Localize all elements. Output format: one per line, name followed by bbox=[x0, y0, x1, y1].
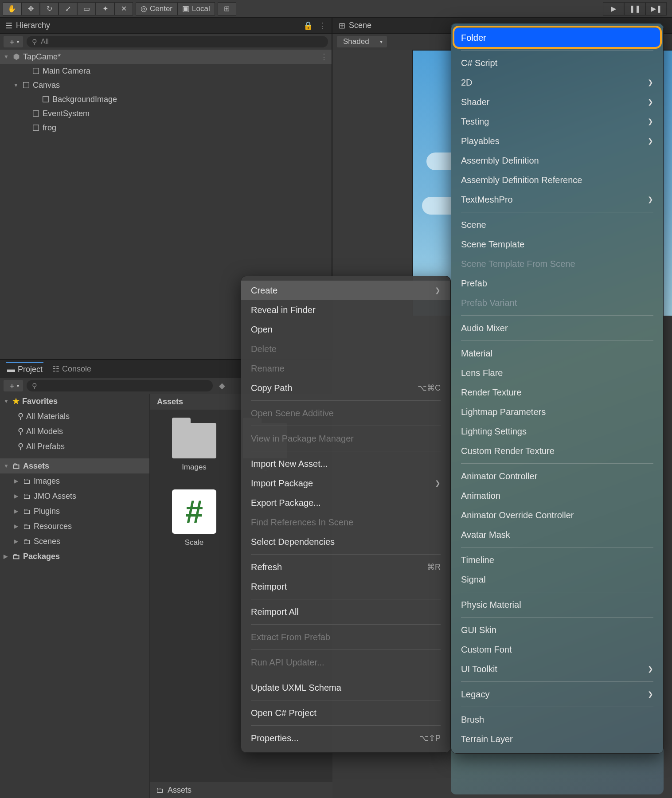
pause-button[interactable]: ❚❚ bbox=[624, 2, 645, 16]
create-submenu-item[interactable]: Material bbox=[451, 344, 663, 363]
transform-tool-button[interactable]: ✦ bbox=[96, 2, 114, 16]
expand-toggle-icon[interactable]: ▼ bbox=[13, 82, 20, 88]
lock-icon[interactable]: 🔒 bbox=[303, 21, 313, 31]
shading-mode-dropdown[interactable]: Shaded bbox=[337, 36, 387, 47]
sidebar-folder-item[interactable]: ▶🗀Images bbox=[0, 473, 149, 489]
create-submenu-item[interactable]: GUI Skin bbox=[451, 620, 663, 640]
scene-menu-icon[interactable]: ⋮ bbox=[320, 52, 328, 62]
hand-tool-button[interactable]: ✋ bbox=[3, 2, 21, 16]
context-menu-item[interactable]: Properties...⌥⇧P bbox=[241, 728, 450, 748]
expand-toggle-icon[interactable]: ▶ bbox=[14, 538, 20, 544]
step-button[interactable]: ▶❚ bbox=[645, 2, 667, 16]
create-submenu-item[interactable]: Animator Override Controller bbox=[451, 505, 663, 525]
hierarchy-tab[interactable]: ☰ Hierarchy 🔒 ⋮ bbox=[0, 18, 332, 34]
hierarchy-item[interactable]: Main Camera bbox=[0, 64, 332, 78]
expand-toggle-icon[interactable]: ▼ bbox=[4, 54, 10, 60]
create-submenu-item[interactable]: Folder bbox=[454, 28, 660, 47]
scale-tool-button[interactable]: ⤢ bbox=[59, 2, 77, 16]
asset-item[interactable]: #Scale bbox=[168, 489, 221, 547]
context-menu-item[interactable]: Import Package❯ bbox=[241, 473, 450, 493]
create-submenu-item[interactable]: Assembly Definition bbox=[451, 151, 663, 170]
move-tool-button[interactable]: ✥ bbox=[21, 2, 40, 16]
filter-icon[interactable]: ◆ bbox=[219, 381, 225, 391]
sidebar-folder-item[interactable]: ▶🗀Resources bbox=[0, 519, 149, 534]
create-dropdown-button[interactable]: ＋▾ bbox=[4, 36, 23, 47]
tab-console[interactable]: ☷ Console bbox=[51, 362, 92, 376]
sidebar-favorite-item[interactable]: ⚲All Materials bbox=[0, 409, 149, 424]
create-submenu-item[interactable]: TextMeshPro❯ bbox=[451, 190, 663, 209]
create-submenu-item[interactable]: Signal bbox=[451, 570, 663, 589]
hierarchy-item[interactable]: frog bbox=[0, 121, 332, 135]
panel-menu-icon[interactable]: ⋮ bbox=[318, 21, 326, 31]
create-submenu-item[interactable]: Avatar Mask bbox=[451, 525, 663, 544]
create-submenu-item[interactable]: C# Script bbox=[451, 53, 663, 73]
hierarchy-item[interactable]: BackgroundImage bbox=[0, 92, 332, 106]
create-submenu-item[interactable]: Timeline bbox=[451, 550, 663, 570]
create-submenu-item[interactable]: Legacy❯ bbox=[451, 685, 663, 704]
context-menu-item[interactable]: Reimport bbox=[241, 577, 450, 596]
expand-toggle-icon[interactable]: ▶ bbox=[14, 508, 20, 514]
create-submenu-item[interactable]: Render Texture bbox=[451, 383, 663, 402]
create-submenu-item[interactable]: Animation bbox=[451, 486, 663, 505]
create-submenu-item[interactable]: Lightmap Parameters bbox=[451, 402, 663, 422]
sidebar-folder-item[interactable]: ▶🗀JMO Assets bbox=[0, 489, 149, 504]
sidebar-folder-item[interactable]: ▶🗀Scenes bbox=[0, 534, 149, 549]
sidebar-favorite-item[interactable]: ⚲All Prefabs bbox=[0, 439, 149, 454]
create-submenu-item[interactable]: Scene Template bbox=[451, 235, 663, 254]
scene-row[interactable]: ▼ TapGame* ⋮ bbox=[0, 50, 332, 64]
rotate-tool-button[interactable]: ↻ bbox=[40, 2, 59, 16]
create-submenu-item[interactable]: Audio Mixer bbox=[451, 318, 663, 338]
sidebar-favorites-header[interactable]: ▼★ Favorites bbox=[0, 394, 149, 409]
sidebar-packages-header[interactable]: ▶🗀 Packages bbox=[0, 549, 149, 564]
context-menu-item[interactable]: Reimport All bbox=[241, 602, 450, 622]
create-submenu-item[interactable]: Scene bbox=[451, 215, 663, 235]
create-submenu-item[interactable]: Shader❯ bbox=[451, 92, 663, 112]
submenu-arrow-icon: ❯ bbox=[435, 286, 441, 294]
create-submenu-item[interactable]: Lighting Settings bbox=[451, 422, 663, 441]
context-menu-item[interactable]: Import New Asset... bbox=[241, 454, 450, 473]
context-menu-item[interactable]: Copy Path⌥⌘C bbox=[241, 378, 450, 398]
create-submenu-item[interactable]: Custom Render Texture bbox=[451, 441, 663, 461]
create-submenu-item[interactable]: Testing❯ bbox=[451, 112, 663, 131]
expand-toggle-icon[interactable]: ▶ bbox=[14, 523, 20, 529]
grid-snap-button[interactable]: ⊞ bbox=[218, 2, 236, 16]
create-submenu-item[interactable]: Brush bbox=[451, 710, 663, 729]
create-submenu-item[interactable]: Prefab bbox=[451, 274, 663, 293]
context-menu-item[interactable]: Export Package... bbox=[241, 493, 450, 512]
hierarchy-item[interactable]: ▼Canvas bbox=[0, 78, 332, 92]
menu-item-label: Avatar Mask bbox=[461, 530, 510, 540]
create-submenu-item[interactable]: 2D❯ bbox=[451, 73, 663, 92]
project-search-input[interactable]: ⚲ bbox=[27, 380, 213, 391]
sidebar-assets-header[interactable]: ▼🗀 Assets bbox=[0, 458, 149, 473]
sidebar-favorite-item[interactable]: ⚲All Models bbox=[0, 424, 149, 439]
hierarchy-item[interactable]: EventSystem bbox=[0, 106, 332, 121]
context-menu-item[interactable]: Update UXML Schema bbox=[241, 678, 450, 697]
pivot-mode-toggle[interactable]: ◎ Center bbox=[136, 2, 177, 16]
project-breadcrumb[interactable]: 🗀 Assets bbox=[150, 782, 332, 798]
project-create-button[interactable]: ＋▾ bbox=[4, 380, 23, 391]
create-submenu-item[interactable]: Playables❯ bbox=[451, 131, 663, 151]
create-submenu-item[interactable]: Assembly Definition Reference bbox=[451, 170, 663, 190]
create-submenu-item[interactable]: Lens Flare bbox=[451, 363, 663, 383]
create-submenu-item[interactable]: Animator Controller bbox=[451, 466, 663, 486]
create-submenu-item[interactable]: Physic Material bbox=[451, 595, 663, 614]
tab-project[interactable]: ▬ Project bbox=[6, 362, 43, 376]
expand-toggle-icon[interactable]: ▶ bbox=[14, 478, 20, 484]
create-submenu-item[interactable]: Terrain Layer bbox=[451, 729, 663, 749]
rect-tool-button[interactable]: ▭ bbox=[77, 2, 96, 16]
context-menu-item[interactable]: Open bbox=[241, 320, 450, 339]
context-menu-item[interactable]: Reveal in Finder bbox=[241, 300, 450, 320]
create-submenu-item[interactable]: Custom Font bbox=[451, 640, 663, 659]
custom-tool-button[interactable]: ✕ bbox=[114, 2, 133, 16]
expand-toggle-icon[interactable]: ▶ bbox=[14, 493, 20, 499]
create-submenu-item[interactable]: UI Toolkit❯ bbox=[451, 659, 663, 679]
hierarchy-search-input[interactable]: ⚲ All bbox=[27, 36, 328, 47]
sidebar-folder-item[interactable]: ▶🗀Plugins bbox=[0, 504, 149, 519]
context-menu-item[interactable]: Open C# Project bbox=[241, 703, 450, 723]
play-button[interactable]: ▶ bbox=[603, 2, 624, 16]
asset-item[interactable]: Images bbox=[168, 423, 221, 472]
context-menu-item[interactable]: Select Dependencies bbox=[241, 532, 450, 552]
context-menu-item[interactable]: Create❯ bbox=[241, 281, 450, 300]
pivot-rotation-toggle[interactable]: ▣ Local bbox=[177, 2, 215, 16]
context-menu-item[interactable]: Refresh⌘R bbox=[241, 557, 450, 577]
